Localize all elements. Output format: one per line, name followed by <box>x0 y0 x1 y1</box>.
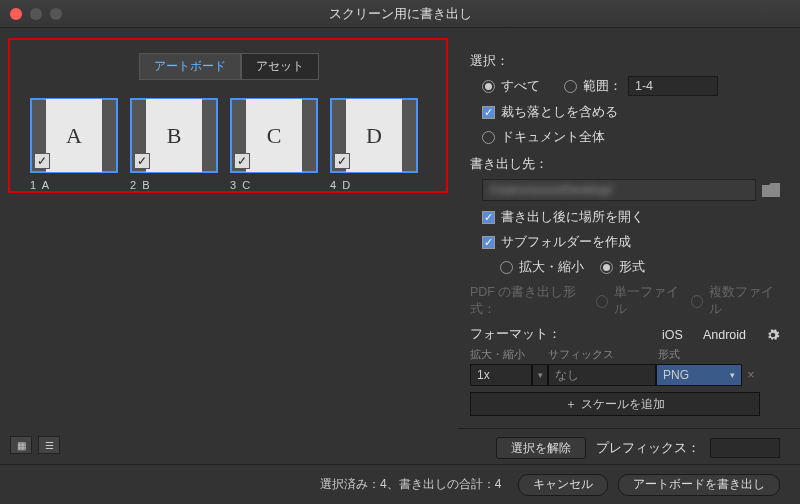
artboard-letter: C <box>246 99 302 172</box>
prefix-input[interactable] <box>710 438 780 458</box>
format-dropdown[interactable]: PNG▾ <box>656 364 742 386</box>
traffic-lights <box>10 8 62 20</box>
radio-pdf-multi <box>691 295 703 308</box>
grid-view-icon[interactable]: ▦ <box>10 436 32 454</box>
radio-pdf-single <box>596 295 608 308</box>
radio-fulldoc[interactable] <box>482 131 495 144</box>
preset-ios[interactable]: iOS <box>662 328 683 342</box>
prefix-label: プレフィックス： <box>596 440 700 457</box>
close-window-icon[interactable] <box>10 8 22 20</box>
scale-dropdown[interactable]: 1x <box>470 364 532 386</box>
radio-range[interactable] <box>564 80 577 93</box>
check-icon[interactable]: ✓ <box>134 153 150 169</box>
checkbox-open-after[interactable]: ✓ <box>482 211 495 224</box>
dest-label: 書き出し先： <box>470 156 780 173</box>
add-scale-button[interactable]: ＋ スケールを追加 <box>470 392 760 416</box>
checkbox-subfolder[interactable]: ✓ <box>482 236 495 249</box>
window-title: スクリーン用に書き出し <box>329 5 472 23</box>
artboard-letter: D <box>346 99 402 172</box>
zoom-window-icon <box>50 8 62 20</box>
selection-label: 選択： <box>470 53 780 70</box>
radio-format-mode[interactable] <box>600 261 613 274</box>
suffix-input[interactable]: なし <box>548 364 656 386</box>
preset-android[interactable]: Android <box>703 328 746 342</box>
artboard-letter: B <box>146 99 202 172</box>
export-button[interactable]: アートボードを書き出し <box>618 474 780 496</box>
status-text: 選択済み：4、書き出しの合計：4 <box>320 476 501 493</box>
pdf-label: PDF の書き出し形式： <box>470 284 590 318</box>
cancel-button[interactable]: キャンセル <box>518 474 608 496</box>
check-icon[interactable]: ✓ <box>34 153 50 169</box>
list-view-icon[interactable]: ☰ <box>38 436 60 454</box>
format-label: フォーマット： <box>470 326 561 343</box>
remove-row-icon[interactable]: × <box>742 364 760 386</box>
radio-scale-mode[interactable] <box>500 261 513 274</box>
titlebar: スクリーン用に書き出し <box>0 0 800 28</box>
scale-dropdown-arrow[interactable]: ▾ <box>532 364 548 386</box>
clear-selection-button[interactable]: 選択を解除 <box>496 437 586 459</box>
check-icon[interactable]: ✓ <box>234 153 250 169</box>
options-panel: 選択： すべて 範囲： 1-4 ✓ 裁ち落としを含める ドキュメント全体 書き出… <box>458 28 800 464</box>
checkbox-bleed[interactable]: ✓ <box>482 106 495 119</box>
dest-path[interactable]: /Users/xxxxx/Desktop/ <box>482 179 756 201</box>
range-input[interactable]: 1-4 <box>628 76 718 96</box>
check-icon[interactable]: ✓ <box>334 153 350 169</box>
gear-icon[interactable] <box>766 328 780 342</box>
minimize-window-icon <box>30 8 42 20</box>
footer: 選択済み：4、書き出しの合計：4 キャンセル アートボードを書き出し <box>0 464 800 504</box>
preview-panel: アートボード アセット A✓ 1 A B✓ 2 B C✓ 3 C D✓ 4 D … <box>0 28 458 464</box>
artboard-letter: A <box>46 99 102 172</box>
folder-icon[interactable] <box>762 183 780 197</box>
radio-all[interactable] <box>482 80 495 93</box>
